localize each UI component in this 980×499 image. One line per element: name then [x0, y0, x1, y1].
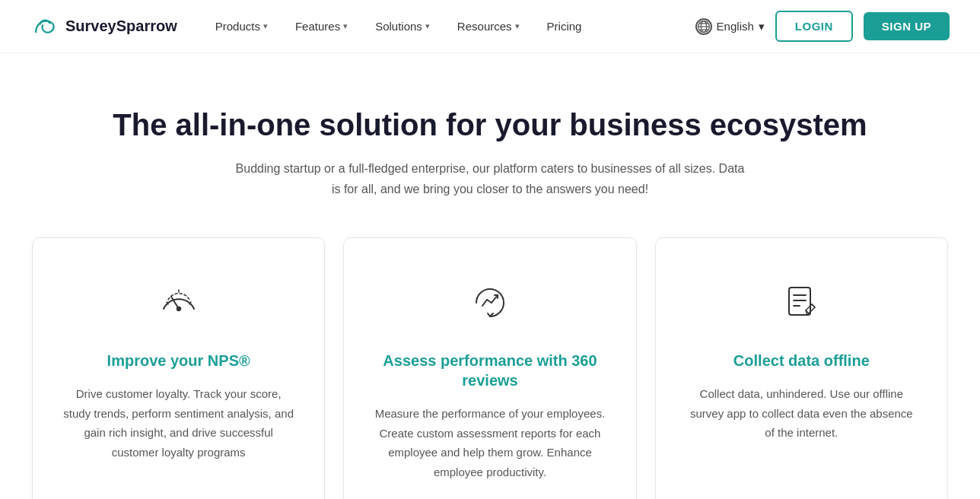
language-label: English: [717, 20, 754, 33]
offline-icon: [775, 276, 828, 329]
logo[interactable]: SurveySparrow: [30, 13, 177, 40]
svg-line-13: [492, 295, 498, 303]
logo-icon: [30, 13, 58, 40]
signup-button[interactable]: SIGN UP: [864, 12, 950, 40]
nav-left: SurveySparrow Products ▾ Features ▾ Solu…: [30, 13, 592, 40]
360-icon: [463, 276, 517, 329]
hero-subtitle: Budding startup or a full-fledged enterp…: [231, 158, 749, 199]
logo-text: SurveySparrow: [65, 17, 177, 35]
cards-section: Improve your NPS® Drive customer loyalty…: [0, 237, 980, 499]
nps-icon: [152, 276, 205, 329]
nav-resources[interactable]: Resources ▾: [447, 14, 530, 39]
hero-section: The all-in-one solution for your busines…: [0, 53, 980, 237]
login-button[interactable]: LOGIN: [775, 11, 853, 42]
360-title: Assess performance with 360 reviews: [374, 351, 605, 390]
nav-pricing[interactable]: Pricing: [536, 14, 593, 39]
nav-links: Products ▾ Features ▾ Solutions ▾ Resour…: [205, 14, 593, 39]
svg-line-11: [482, 300, 487, 306]
360-description: Measure the performance of your employee…: [374, 404, 605, 482]
nav-products[interactable]: Products ▾: [205, 14, 278, 39]
svg-point-0: [48, 21, 51, 24]
card-offline: Collect data offline Collect data, unhin…: [655, 237, 948, 499]
svg-rect-14: [789, 288, 810, 315]
card-nps: Improve your NPS® Drive customer loyalty…: [32, 237, 325, 499]
hero-title: The all-in-one solution for your busines…: [30, 106, 950, 143]
svg-line-18: [812, 304, 815, 307]
nps-description: Drive customer loyalty. Track your score…: [63, 384, 294, 462]
nps-title: Improve your NPS®: [63, 351, 294, 370]
nav-solutions[interactable]: Solutions ▾: [364, 14, 441, 39]
resources-chevron-icon: ▾: [515, 21, 520, 31]
products-chevron-icon: ▾: [263, 21, 268, 31]
card-360: Assess performance with 360 reviews Meas…: [343, 237, 636, 499]
language-selector[interactable]: English ▾: [695, 18, 765, 35]
svg-line-12: [487, 300, 492, 303]
globe-icon: [695, 18, 712, 35]
navbar: SurveySparrow Products ▾ Features ▾ Solu…: [0, 0, 980, 53]
nav-features[interactable]: Features ▾: [285, 14, 358, 39]
offline-title: Collect data offline: [686, 351, 917, 370]
language-chevron-icon: ▾: [759, 20, 765, 33]
offline-description: Collect data, unhindered. Use our offlin…: [686, 384, 917, 443]
nav-right: English ▾ LOGIN SIGN UP: [695, 11, 950, 42]
solutions-chevron-icon: ▾: [425, 21, 430, 31]
features-chevron-icon: ▾: [343, 21, 348, 31]
